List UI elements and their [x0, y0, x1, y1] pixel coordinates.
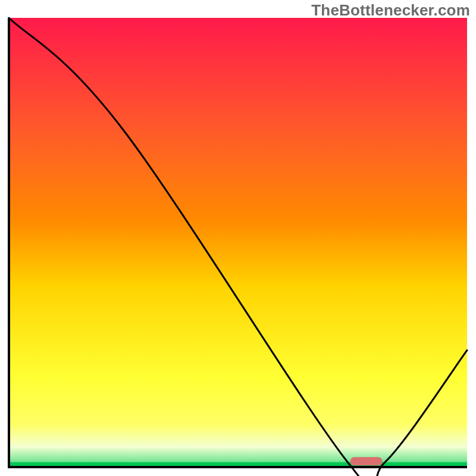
chart-background [9, 18, 467, 467]
chart-svg [0, 0, 476, 476]
bottleneck-chart: TheBottlenecker.com [0, 0, 476, 476]
optimal-marker [350, 457, 383, 465]
